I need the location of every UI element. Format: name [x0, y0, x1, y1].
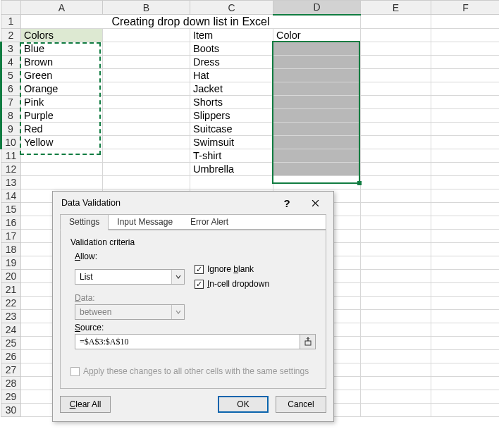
cell[interactable]	[361, 309, 431, 323]
cell[interactable]	[361, 122, 431, 135]
cell[interactable]: Yellow	[21, 135, 103, 149]
cell[interactable]	[431, 256, 500, 269]
cell[interactable]	[361, 323, 431, 336]
cell[interactable]	[431, 336, 500, 349]
cell[interactable]	[361, 269, 431, 282]
cell[interactable]	[431, 309, 500, 323]
cell[interactable]	[431, 108, 500, 122]
cell[interactable]	[361, 108, 431, 122]
cell[interactable]	[190, 175, 273, 189]
cell[interactable]	[431, 282, 500, 296]
row-header-1[interactable]: 1	[1, 15, 21, 29]
cell[interactable]	[361, 82, 431, 95]
cell[interactable]	[361, 242, 431, 256]
row-header-16[interactable]: 16	[1, 216, 21, 229]
cell[interactable]: T-shirt	[190, 149, 273, 162]
cell[interactable]	[361, 55, 431, 68]
cell[interactable]	[361, 15, 431, 29]
cell[interactable]	[273, 55, 361, 68]
cell[interactable]	[103, 95, 190, 108]
row-header-7[interactable]: 7	[1, 95, 21, 108]
cell[interactable]	[431, 376, 500, 390]
col-header-E[interactable]: E	[361, 1, 431, 15]
tab-error-alert[interactable]: Error Alert	[182, 215, 238, 231]
cell[interactable]	[431, 149, 500, 162]
cell[interactable]	[21, 162, 103, 175]
cell[interactable]	[361, 162, 431, 175]
row-header-14[interactable]: 14	[1, 189, 21, 202]
cell[interactable]	[361, 135, 431, 149]
cell[interactable]	[273, 122, 361, 135]
cell[interactable]	[103, 135, 190, 149]
col-header-D[interactable]: D	[273, 1, 361, 15]
tab-settings[interactable]: Settings	[60, 214, 109, 230]
cell[interactable]	[273, 135, 361, 149]
row-header-22[interactable]: 22	[1, 296, 21, 309]
cell[interactable]	[103, 28, 190, 42]
row-header-23[interactable]: 23	[1, 309, 21, 323]
cell[interactable]	[103, 68, 190, 82]
cell[interactable]	[273, 82, 361, 95]
cell[interactable]	[103, 175, 190, 189]
col-header-C[interactable]: C	[190, 1, 273, 15]
cell[interactable]	[431, 269, 500, 282]
cell[interactable]	[361, 349, 431, 363]
row-header-24[interactable]: 24	[1, 323, 21, 336]
cell[interactable]	[431, 95, 500, 108]
cell[interactable]	[431, 296, 500, 309]
cell[interactable]: Hat	[190, 68, 273, 82]
cell[interactable]	[431, 175, 500, 189]
cell[interactable]	[431, 162, 500, 175]
cell[interactable]	[361, 175, 431, 189]
cell[interactable]	[103, 108, 190, 122]
cell[interactable]: Dress	[190, 55, 273, 68]
cell[interactable]	[361, 189, 431, 202]
row-header-29[interactable]: 29	[1, 390, 21, 403]
cell[interactable]	[361, 28, 431, 42]
row-header-19[interactable]: 19	[1, 256, 21, 269]
cell[interactable]: Slippers	[190, 108, 273, 122]
cell[interactable]	[361, 229, 431, 242]
allow-dropdown[interactable]: List	[75, 269, 185, 285]
cell[interactable]	[361, 256, 431, 269]
cell[interactable]: Item	[190, 28, 273, 42]
cell[interactable]	[361, 336, 431, 349]
range-picker-button[interactable]	[300, 334, 316, 349]
cell[interactable]	[361, 390, 431, 403]
cell[interactable]	[431, 122, 500, 135]
row-header-10[interactable]: 10	[1, 135, 21, 149]
cell[interactable]	[361, 202, 431, 216]
row-header-4[interactable]: 4	[1, 55, 21, 68]
select-all-corner[interactable]	[1, 1, 21, 15]
row-header-20[interactable]: 20	[1, 269, 21, 282]
cell[interactable]	[431, 390, 500, 403]
col-header-B[interactable]: B	[103, 1, 190, 15]
cell[interactable]	[431, 363, 500, 376]
cell[interactable]	[273, 68, 361, 82]
cell[interactable]	[431, 189, 500, 202]
cell[interactable]	[273, 95, 361, 108]
row-header-11[interactable]: 11	[1, 149, 21, 162]
row-header-25[interactable]: 25	[1, 336, 21, 349]
cell[interactable]	[431, 349, 500, 363]
row-header-9[interactable]: 9	[1, 122, 21, 135]
cell[interactable]	[361, 95, 431, 108]
cell[interactable]: Color	[273, 28, 361, 42]
cell[interactable]: Shorts	[190, 95, 273, 108]
row-header-15[interactable]: 15	[1, 202, 21, 216]
row-header-18[interactable]: 18	[1, 242, 21, 256]
cell[interactable]	[361, 216, 431, 229]
row-header-26[interactable]: 26	[1, 349, 21, 363]
row-header-12[interactable]: 12	[1, 162, 21, 175]
row-header-30[interactable]: 30	[1, 403, 21, 416]
cell[interactable]	[361, 403, 431, 416]
row-header-5[interactable]: 5	[1, 68, 21, 82]
cell[interactable]	[273, 175, 361, 189]
cell[interactable]: Creating drop down list in Excel	[21, 15, 361, 29]
cell[interactable]: Umbrella	[190, 162, 273, 175]
cell[interactable]: Orange	[21, 82, 103, 95]
cell[interactable]	[361, 42, 431, 55]
cell[interactable]	[21, 149, 103, 162]
cell[interactable]: Boots	[190, 42, 273, 55]
cell[interactable]	[103, 122, 190, 135]
